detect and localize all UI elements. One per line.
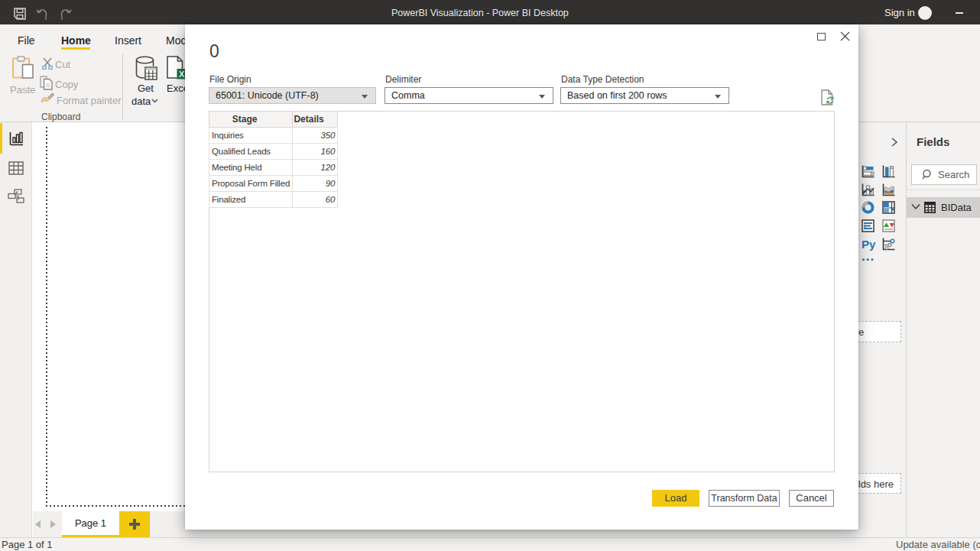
svg-text:X: X: [179, 70, 185, 79]
